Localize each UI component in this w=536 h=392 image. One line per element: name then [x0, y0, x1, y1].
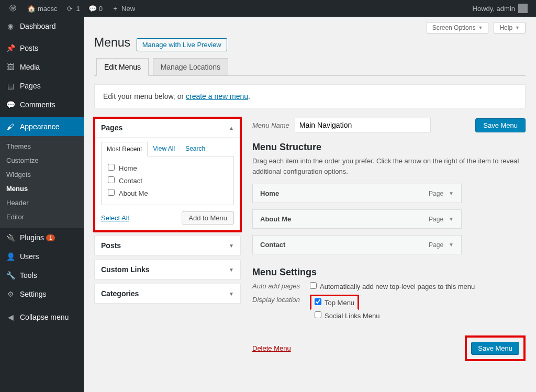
menu-settings-heading: Menu Settings: [252, 267, 526, 278]
save-menu-button-top[interactable]: Save Menu: [475, 118, 526, 132]
nav-settings[interactable]: ⚙Settings: [0, 285, 84, 304]
manage-menus-row: Edit your menu below, or create a new me…: [94, 84, 526, 108]
top-menu-checkbox[interactable]: Top Menu: [315, 297, 354, 308]
nav-tools[interactable]: 🔧Tools: [0, 266, 84, 285]
tab-manage-locations[interactable]: Manage Locations: [153, 58, 228, 75]
posts-metabox-toggle[interactable]: Posts▼: [95, 236, 240, 255]
display-location-label: Display location: [252, 295, 310, 304]
dashboard-icon: ◉: [5, 21, 16, 31]
menu-tabs: Edit Menus Manage Locations: [94, 58, 526, 76]
sub-widgets[interactable]: Widgets: [0, 167, 84, 182]
menu-name-input[interactable]: [295, 118, 431, 132]
auto-add-checkbox[interactable]: Automatically add new top-level pages to…: [310, 281, 475, 292]
wrench-icon: 🔧: [5, 270, 16, 281]
pages-metabox: Pages ▲ Most Recent View All Search Home…: [94, 118, 241, 231]
pin-icon: 📌: [5, 43, 16, 53]
plug-icon: 🔌: [5, 232, 16, 243]
nav-comments[interactable]: 💬Comments: [0, 95, 84, 114]
menu-item-contact[interactable]: Contact Page ▼: [252, 235, 462, 254]
chevron-down-icon: ▼: [229, 243, 234, 249]
my-account-link[interactable]: Howdy, admin: [468, 0, 532, 17]
help-button[interactable]: Help ▼: [494, 22, 526, 33]
custom-links-metabox: Custom Links▼: [94, 260, 241, 279]
categories-metabox: Categories▼: [94, 284, 241, 304]
page-checkbox-about[interactable]: About Me: [108, 187, 227, 199]
sub-menus[interactable]: Menus: [0, 182, 84, 196]
social-links-checkbox[interactable]: Social Links Menu: [310, 310, 380, 321]
live-preview-button[interactable]: Manage with Live Preview: [137, 38, 227, 51]
media-icon: 🖾: [5, 62, 16, 72]
chevron-up-icon: ▲: [229, 125, 234, 131]
comment-icon: 💬: [5, 99, 16, 110]
chevron-down-icon: ▼: [478, 25, 483, 30]
nav-users[interactable]: 👤Users: [0, 247, 84, 266]
nav-dashboard[interactable]: ◉Dashboard: [0, 17, 84, 36]
plugin-update-badge: 1: [46, 234, 55, 241]
nav-appearance[interactable]: 🖌Appearance: [0, 117, 84, 136]
new-content-link[interactable]: +New: [107, 0, 139, 17]
admin-toolbar: ⓦ 🏠macsc ⟳1 💬0 +New Howdy, admin: [0, 0, 536, 17]
tab-most-recent[interactable]: Most Recent: [101, 142, 148, 156]
menu-item-home[interactable]: Home Page ▼: [252, 184, 462, 203]
appearance-submenu: Themes Customize Widgets Menus Header Ed…: [0, 136, 84, 228]
menu-structure-heading: Menu Structure: [252, 142, 526, 153]
page-checkbox-contact[interactable]: Contact: [108, 174, 227, 187]
page-title: Menus: [94, 36, 130, 50]
sub-header[interactable]: Header: [0, 196, 84, 210]
chevron-down-icon: ▼: [229, 267, 234, 273]
save-menu-button-bottom[interactable]: Save Menu: [471, 342, 519, 355]
categories-metabox-toggle[interactable]: Categories▼: [95, 284, 240, 303]
sub-themes[interactable]: Themes: [0, 139, 84, 153]
tab-view-all[interactable]: View All: [148, 142, 180, 156]
select-all-link[interactable]: Select All: [101, 214, 129, 222]
brush-icon: 🖌: [5, 121, 16, 132]
custom-links-metabox-toggle[interactable]: Custom Links▼: [95, 260, 240, 279]
add-to-menu-button[interactable]: Add to Menu: [182, 211, 234, 225]
create-new-menu-link[interactable]: create a new menu: [186, 92, 248, 100]
page-icon: ▤: [5, 81, 16, 91]
collapse-menu-button[interactable]: ◀Collapse menu: [0, 308, 84, 327]
menu-item-about[interactable]: About Me Page ▼: [252, 209, 462, 229]
tab-search[interactable]: Search: [180, 142, 210, 156]
nav-media[interactable]: 🖾Media: [0, 58, 84, 76]
menu-name-label: Menu Name: [252, 121, 289, 129]
delete-menu-link[interactable]: Delete Menu: [252, 344, 291, 352]
user-icon: 👤: [5, 251, 16, 262]
screen-options-button[interactable]: Screen Options ▼: [427, 22, 489, 33]
sub-customize[interactable]: Customize: [0, 153, 84, 167]
main-content: Screen Options ▼ Help ▼ Menus Manage wit…: [84, 17, 536, 392]
wp-logo-icon[interactable]: ⓦ: [4, 0, 23, 17]
nav-posts[interactable]: 📌Posts: [0, 39, 84, 58]
chevron-down-icon: ▼: [229, 291, 234, 297]
sub-editor[interactable]: Editor: [0, 210, 84, 224]
posts-metabox: Posts▼: [94, 236, 241, 255]
chevron-down-icon: ▼: [515, 25, 520, 30]
nav-pages[interactable]: ▤Pages: [0, 76, 84, 95]
avatar: [518, 4, 528, 13]
tab-edit-menus[interactable]: Edit Menus: [96, 58, 149, 76]
updates-link[interactable]: ⟳1: [62, 0, 84, 17]
pages-metabox-toggle[interactable]: Pages ▲: [95, 118, 240, 138]
nav-plugins[interactable]: 🔌Plugins1: [0, 228, 84, 247]
menu-structure-desc: Drag each item into the order you prefer…: [252, 156, 526, 176]
admin-sidebar: ◉Dashboard 📌Posts 🖾Media ▤Pages 💬Comment…: [0, 17, 84, 392]
site-name-link[interactable]: 🏠macsc: [23, 0, 62, 17]
page-checkbox-home[interactable]: Home: [108, 162, 227, 174]
collapse-icon: ◀: [5, 312, 16, 322]
sliders-icon: ⚙: [5, 289, 16, 299]
chevron-down-icon[interactable]: ▼: [449, 216, 454, 222]
auto-add-label: Auto add pages: [252, 281, 310, 290]
comments-link[interactable]: 💬0: [84, 0, 107, 17]
chevron-down-icon[interactable]: ▼: [449, 242, 454, 248]
chevron-down-icon[interactable]: ▼: [449, 191, 454, 196]
